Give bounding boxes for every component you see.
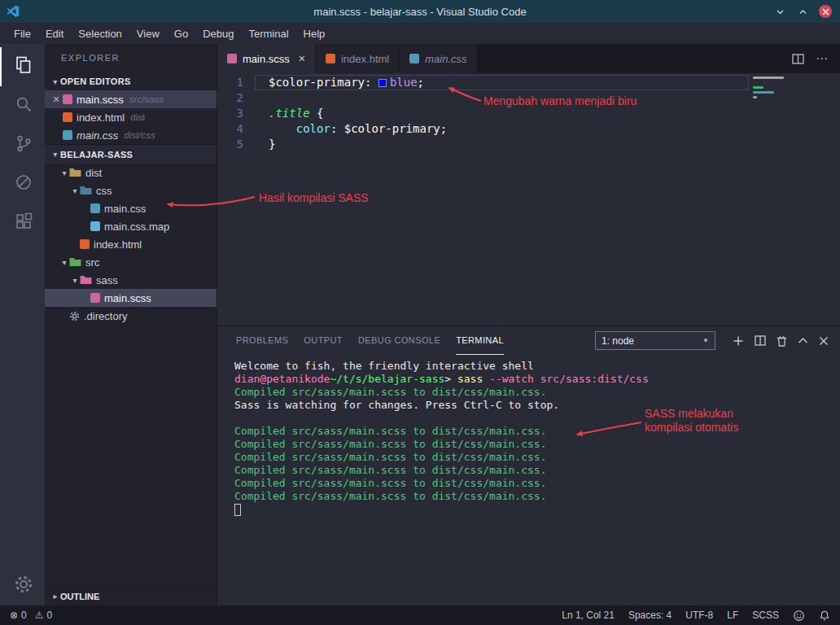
tab-output[interactable]: OUTPUT bbox=[304, 326, 343, 355]
kill-terminal-icon[interactable] bbox=[777, 335, 787, 347]
line-number: 5 bbox=[217, 137, 255, 152]
error-count: 0 bbox=[21, 610, 27, 621]
explorer-sidebar: EXPLORER ▾ OPEN EDITORS × main.scss src/… bbox=[45, 44, 217, 605]
tab-index-html[interactable]: index.html bbox=[316, 44, 400, 73]
tree-item-main-css-map[interactable]: main.css.map bbox=[45, 217, 217, 235]
line-number: 1 bbox=[217, 75, 255, 90]
menu-go[interactable]: Go bbox=[167, 23, 195, 44]
tree-item-label: index.html bbox=[94, 238, 142, 251]
chevron-expanded-icon: ▾ bbox=[59, 258, 69, 267]
split-terminal-icon[interactable] bbox=[755, 335, 766, 346]
css-file-icon bbox=[90, 203, 100, 213]
code-editor[interactable]: 1 $color-primary: blue; 2 3 .title { 4 c… bbox=[217, 73, 840, 326]
open-editor-main-css[interactable]: main.css dist/css bbox=[45, 126, 217, 144]
color-value: blue bbox=[390, 76, 418, 89]
window-title: main.scss - belajar-sass - Visual Studio… bbox=[0, 6, 840, 18]
html-file-icon bbox=[63, 112, 72, 122]
css-file-icon bbox=[63, 130, 72, 140]
tab-problems[interactable]: PROBLEMS bbox=[236, 326, 288, 355]
outline-header[interactable]: ▸ OUTLINE bbox=[45, 586, 217, 605]
minimap[interactable] bbox=[749, 73, 840, 326]
new-terminal-icon[interactable] bbox=[733, 335, 744, 347]
files-icon bbox=[13, 55, 34, 79]
menu-terminal[interactable]: Terminal bbox=[241, 23, 295, 44]
bottom-panel: PROBLEMS OUTPUT DEBUG CONSOLE TERMINAL 1… bbox=[217, 326, 840, 605]
color-swatch[interactable] bbox=[378, 79, 387, 87]
folder-icon bbox=[80, 275, 92, 285]
activity-extensions[interactable] bbox=[0, 203, 45, 243]
command: sass bbox=[451, 373, 483, 385]
split-editor-icon[interactable] bbox=[792, 54, 804, 64]
project-header[interactable]: ▾ BELAJAR-SASS bbox=[45, 144, 217, 164]
close-editor-icon[interactable]: × bbox=[50, 93, 63, 106]
encoding-setting[interactable]: UTF-8 bbox=[685, 610, 713, 621]
tree-item-main-scss[interactable]: main.scss bbox=[45, 289, 217, 307]
terminal-line: Welcome to fish, the friendly interactiv… bbox=[234, 360, 840, 373]
terminal-line: Compiled src/sass/main.scss to dist/css/… bbox=[234, 451, 840, 464]
css-file-icon bbox=[409, 54, 419, 63]
html-file-icon bbox=[326, 54, 335, 63]
punctuation: ; bbox=[440, 122, 447, 135]
tree-item-sass-folder[interactable]: ▾ sass bbox=[45, 271, 217, 289]
terminal-output[interactable]: Welcome to fish, the friendly interactiv… bbox=[217, 355, 840, 605]
tree-item-label: sass bbox=[96, 274, 118, 286]
cursor-position[interactable]: Ln 1, Col 21 bbox=[562, 610, 615, 621]
feedback-smiley-icon[interactable] bbox=[793, 610, 805, 622]
menu-view[interactable]: View bbox=[129, 23, 167, 44]
line-number: 4 bbox=[217, 121, 255, 137]
minimize-icon[interactable] bbox=[773, 5, 786, 18]
tab-main-css[interactable]: main.css bbox=[400, 44, 477, 73]
code-line: 4 color: $color-primary; bbox=[217, 121, 840, 137]
terminal-line: Compiled src/sass/main.scss to dist/css/… bbox=[234, 386, 840, 399]
activity-debug[interactable] bbox=[0, 164, 45, 203]
menu-help[interactable]: Help bbox=[296, 23, 333, 44]
eol-setting[interactable]: LF bbox=[727, 610, 738, 621]
maximize-icon[interactable] bbox=[796, 5, 809, 18]
tree-item-main-css[interactable]: main.css bbox=[45, 199, 217, 217]
scss-variable: $color-primary bbox=[344, 122, 440, 135]
terminal-cursor-line bbox=[234, 503, 840, 516]
terminal-picker[interactable]: 1: node ▼ bbox=[595, 331, 715, 350]
maximize-panel-icon[interactable] bbox=[798, 337, 808, 344]
menu-edit[interactable]: Edit bbox=[38, 23, 71, 44]
tab-main-scss[interactable]: main.scss × bbox=[217, 44, 316, 73]
minimap-line bbox=[753, 86, 763, 89]
open-editor-main-scss[interactable]: × main.scss src/sass bbox=[45, 90, 217, 108]
window-controls bbox=[773, 5, 840, 18]
open-editor-index-html[interactable]: index.html dist bbox=[45, 108, 217, 126]
close-icon[interactable] bbox=[819, 5, 832, 18]
tree-item-src[interactable]: ▾ src bbox=[45, 253, 217, 271]
tree-item-label: main.css bbox=[104, 203, 146, 215]
tree-item-directory[interactable]: .directory bbox=[45, 307, 217, 325]
activity-source-control[interactable] bbox=[0, 125, 45, 164]
vscode-window: main.scss - belajar-sass - Visual Studio… bbox=[0, 0, 840, 625]
prompt-symbol: > bbox=[444, 373, 451, 385]
close-tab-icon[interactable]: × bbox=[299, 52, 305, 65]
css-selector: .title bbox=[269, 107, 310, 120]
menu-selection[interactable]: Selection bbox=[71, 23, 129, 44]
tab-debug-console[interactable]: DEBUG CONSOLE bbox=[358, 326, 440, 355]
language-mode[interactable]: SCSS bbox=[752, 610, 779, 621]
more-actions-icon[interactable]: ⋯ bbox=[816, 51, 829, 66]
notifications-bell-icon[interactable] bbox=[819, 610, 830, 622]
code-line-content: } bbox=[255, 137, 749, 152]
prompt-user: dian@petanikode bbox=[234, 373, 330, 385]
menu-debug[interactable]: Debug bbox=[195, 23, 241, 44]
menu-file[interactable]: File bbox=[7, 23, 38, 44]
tree-item-css-folder[interactable]: ▾ css bbox=[45, 181, 217, 199]
open-editors-header[interactable]: ▾ OPEN EDITORS bbox=[45, 72, 217, 90]
minimap-line bbox=[753, 96, 757, 98]
activity-explorer[interactable] bbox=[0, 47, 45, 86]
terminal-cursor bbox=[234, 504, 241, 516]
activity-settings[interactable] bbox=[0, 566, 45, 605]
tab-terminal[interactable]: TERMINAL bbox=[456, 326, 504, 355]
tree-item-dist[interactable]: ▾ dist bbox=[45, 164, 217, 181]
problems-indicator[interactable]: ⊗ 0 ⚠ 0 bbox=[10, 610, 52, 621]
punctuation: ; bbox=[418, 76, 424, 89]
tree-item-index-html[interactable]: index.html bbox=[45, 235, 217, 253]
close-panel-icon[interactable] bbox=[819, 336, 829, 346]
indentation-setting[interactable]: Spaces: 4 bbox=[628, 610, 672, 621]
folder-icon bbox=[69, 257, 81, 267]
activity-search[interactable] bbox=[0, 86, 45, 125]
css-property: color bbox=[296, 122, 330, 135]
